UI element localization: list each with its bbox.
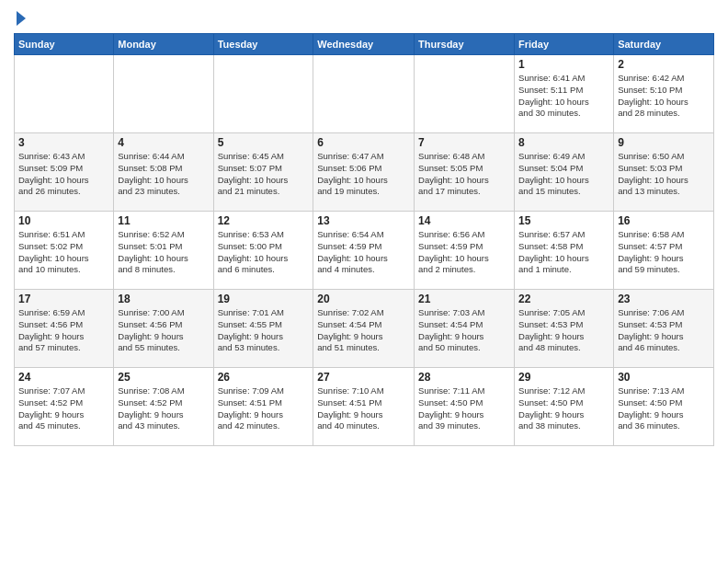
day-number: 8 <box>518 136 609 149</box>
day-info: Sunrise: 7:08 AMSunset: 4:52 PMDaylight:… <box>118 385 209 432</box>
day-number: 26 <box>218 371 310 384</box>
day-info: Sunrise: 6:41 AMSunset: 5:11 PMDaylight:… <box>518 73 609 120</box>
col-header-friday: Friday <box>515 34 614 55</box>
day-info: Sunrise: 6:48 AMSunset: 5:05 PMDaylight:… <box>418 151 510 198</box>
day-info: Sunrise: 7:09 AMSunset: 4:51 PMDaylight:… <box>218 385 310 432</box>
day-number: 2 <box>618 58 710 71</box>
day-number: 23 <box>618 293 710 305</box>
calendar-cell: 27Sunrise: 7:10 AMSunset: 4:51 PMDayligh… <box>313 368 415 446</box>
calendar-cell <box>114 55 213 133</box>
col-header-tuesday: Tuesday <box>213 34 313 55</box>
day-number: 4 <box>118 136 209 149</box>
day-info: Sunrise: 6:57 AMSunset: 4:58 PMDaylight:… <box>518 229 609 276</box>
day-number: 19 <box>218 293 310 305</box>
col-header-sunday: Sunday <box>15 34 114 55</box>
calendar-cell: 10Sunrise: 6:51 AMSunset: 5:02 PMDayligh… <box>15 212 114 290</box>
day-number: 25 <box>118 371 209 384</box>
calendar-cell <box>213 55 313 133</box>
calendar-cell: 7Sunrise: 6:48 AMSunset: 5:05 PMDaylight… <box>415 133 515 212</box>
calendar-cell: 21Sunrise: 7:03 AMSunset: 4:54 PMDayligh… <box>415 290 515 368</box>
calendar-cell: 29Sunrise: 7:12 AMSunset: 4:50 PMDayligh… <box>515 368 614 446</box>
calendar-cell: 22Sunrise: 7:05 AMSunset: 4:53 PMDayligh… <box>515 290 614 368</box>
calendar-cell: 8Sunrise: 6:49 AMSunset: 5:04 PMDaylight… <box>515 133 614 212</box>
day-info: Sunrise: 7:03 AMSunset: 4:54 PMDaylight:… <box>418 307 510 354</box>
day-number: 16 <box>618 214 710 227</box>
day-info: Sunrise: 7:12 AMSunset: 4:50 PMDaylight:… <box>518 385 609 432</box>
day-info: Sunrise: 6:56 AMSunset: 4:59 PMDaylight:… <box>418 229 510 276</box>
day-number: 13 <box>317 214 410 227</box>
calendar-cell: 5Sunrise: 6:45 AMSunset: 5:07 PMDaylight… <box>213 133 313 212</box>
col-header-monday: Monday <box>114 34 213 55</box>
calendar-header-row: SundayMondayTuesdayWednesdayThursdayFrid… <box>15 34 714 55</box>
logo <box>14 9 26 26</box>
day-number: 17 <box>18 293 109 305</box>
calendar-cell: 3Sunrise: 6:43 AMSunset: 5:09 PMDaylight… <box>15 133 114 212</box>
day-number: 24 <box>18 371 109 384</box>
week-row-5: 24Sunrise: 7:07 AMSunset: 4:52 PMDayligh… <box>15 368 714 446</box>
calendar-cell: 19Sunrise: 7:01 AMSunset: 4:55 PMDayligh… <box>213 290 313 368</box>
day-info: Sunrise: 6:49 AMSunset: 5:04 PMDaylight:… <box>518 151 609 198</box>
calendar-cell: 25Sunrise: 7:08 AMSunset: 4:52 PMDayligh… <box>114 368 213 446</box>
calendar-cell: 15Sunrise: 6:57 AMSunset: 4:58 PMDayligh… <box>515 212 614 290</box>
day-info: Sunrise: 7:13 AMSunset: 4:50 PMDaylight:… <box>618 385 710 432</box>
day-info: Sunrise: 7:11 AMSunset: 4:50 PMDaylight:… <box>418 385 510 432</box>
calendar-cell <box>313 55 415 133</box>
col-header-saturday: Saturday <box>614 34 714 55</box>
calendar-cell <box>15 55 114 133</box>
day-number: 20 <box>317 293 410 305</box>
day-number: 14 <box>418 214 510 227</box>
calendar-cell: 14Sunrise: 6:56 AMSunset: 4:59 PMDayligh… <box>415 212 515 290</box>
day-number: 1 <box>518 58 609 71</box>
calendar-cell: 6Sunrise: 6:47 AMSunset: 5:06 PMDaylight… <box>313 133 415 212</box>
calendar-cell: 16Sunrise: 6:58 AMSunset: 4:57 PMDayligh… <box>614 212 714 290</box>
day-info: Sunrise: 6:42 AMSunset: 5:10 PMDaylight:… <box>618 73 710 120</box>
page: SundayMondayTuesdayWednesdayThursdayFrid… <box>0 0 728 563</box>
day-info: Sunrise: 7:00 AMSunset: 4:56 PMDaylight:… <box>118 307 209 354</box>
calendar-cell: 17Sunrise: 6:59 AMSunset: 4:56 PMDayligh… <box>15 290 114 368</box>
day-info: Sunrise: 6:44 AMSunset: 5:08 PMDaylight:… <box>118 151 209 198</box>
calendar-cell: 12Sunrise: 6:53 AMSunset: 5:00 PMDayligh… <box>213 212 313 290</box>
day-info: Sunrise: 6:47 AMSunset: 5:06 PMDaylight:… <box>317 151 410 198</box>
col-header-wednesday: Wednesday <box>313 34 415 55</box>
calendar-cell: 24Sunrise: 7:07 AMSunset: 4:52 PMDayligh… <box>15 368 114 446</box>
calendar-cell: 18Sunrise: 7:00 AMSunset: 4:56 PMDayligh… <box>114 290 213 368</box>
calendar-cell: 23Sunrise: 7:06 AMSunset: 4:53 PMDayligh… <box>614 290 714 368</box>
day-number: 10 <box>18 214 109 227</box>
calendar-cell: 1Sunrise: 6:41 AMSunset: 5:11 PMDaylight… <box>515 55 614 133</box>
logo-text-block <box>14 9 26 26</box>
day-info: Sunrise: 6:58 AMSunset: 4:57 PMDaylight:… <box>618 229 710 276</box>
day-number: 12 <box>218 214 310 227</box>
calendar-cell <box>415 55 515 133</box>
calendar-cell: 26Sunrise: 7:09 AMSunset: 4:51 PMDayligh… <box>213 368 313 446</box>
day-info: Sunrise: 6:54 AMSunset: 4:59 PMDaylight:… <box>317 229 410 276</box>
day-number: 6 <box>317 136 410 149</box>
week-row-3: 10Sunrise: 6:51 AMSunset: 5:02 PMDayligh… <box>15 212 714 290</box>
day-info: Sunrise: 7:06 AMSunset: 4:53 PMDaylight:… <box>618 307 710 354</box>
col-header-thursday: Thursday <box>415 34 515 55</box>
calendar-cell: 2Sunrise: 6:42 AMSunset: 5:10 PMDaylight… <box>614 55 714 133</box>
calendar-cell: 11Sunrise: 6:52 AMSunset: 5:01 PMDayligh… <box>114 212 213 290</box>
calendar-cell: 4Sunrise: 6:44 AMSunset: 5:08 PMDaylight… <box>114 133 213 212</box>
day-info: Sunrise: 6:50 AMSunset: 5:03 PMDaylight:… <box>618 151 710 198</box>
week-row-2: 3Sunrise: 6:43 AMSunset: 5:09 PMDaylight… <box>15 133 714 212</box>
day-number: 27 <box>317 371 410 384</box>
calendar-cell: 20Sunrise: 7:02 AMSunset: 4:54 PMDayligh… <box>313 290 415 368</box>
week-row-1: 1Sunrise: 6:41 AMSunset: 5:11 PMDaylight… <box>15 55 714 133</box>
day-number: 22 <box>518 293 609 305</box>
week-row-4: 17Sunrise: 6:59 AMSunset: 4:56 PMDayligh… <box>15 290 714 368</box>
day-number: 9 <box>618 136 710 149</box>
header <box>14 9 714 26</box>
day-number: 15 <box>518 214 609 227</box>
day-info: Sunrise: 7:07 AMSunset: 4:52 PMDaylight:… <box>18 385 109 432</box>
day-info: Sunrise: 6:59 AMSunset: 4:56 PMDaylight:… <box>18 307 109 354</box>
day-info: Sunrise: 6:52 AMSunset: 5:01 PMDaylight:… <box>118 229 209 276</box>
logo-arrow-icon <box>17 11 26 26</box>
day-number: 5 <box>218 136 310 149</box>
day-info: Sunrise: 6:45 AMSunset: 5:07 PMDaylight:… <box>218 151 310 198</box>
calendar-table: SundayMondayTuesdayWednesdayThursdayFrid… <box>14 33 714 446</box>
day-number: 30 <box>618 371 710 384</box>
day-number: 21 <box>418 293 510 305</box>
calendar-cell: 13Sunrise: 6:54 AMSunset: 4:59 PMDayligh… <box>313 212 415 290</box>
day-info: Sunrise: 7:05 AMSunset: 4:53 PMDaylight:… <box>518 307 609 354</box>
day-number: 18 <box>118 293 209 305</box>
